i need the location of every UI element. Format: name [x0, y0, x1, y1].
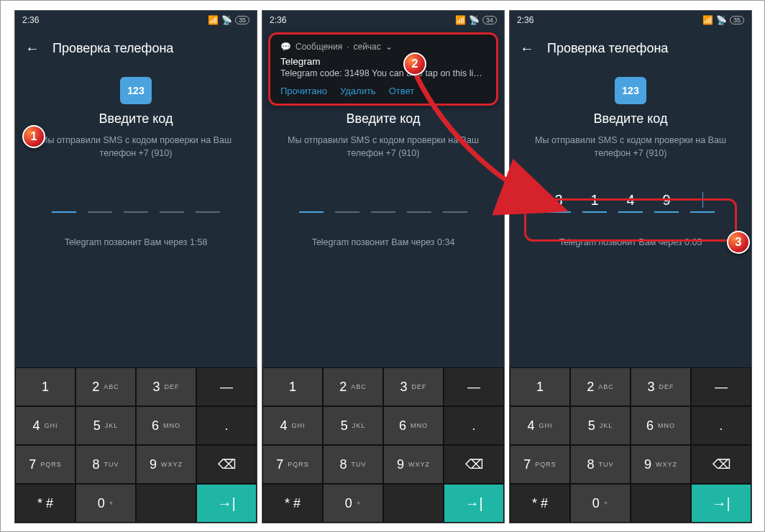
key-dash[interactable]: —: [196, 367, 257, 406]
key-period[interactable]: .: [691, 406, 751, 445]
signal-icon: 📶: [702, 15, 713, 25]
key-2[interactable]: 2ABC: [75, 367, 136, 406]
key-8[interactable]: 8TUV: [323, 445, 383, 484]
key-5[interactable]: 5JKL: [75, 406, 136, 445]
signal-icon: 📶: [208, 15, 219, 25]
key-6[interactable]: 6MNO: [136, 406, 196, 445]
key-7[interactable]: 7PQRS: [15, 445, 75, 484]
messages-app-icon: 💬: [280, 42, 291, 52]
key-8[interactable]: 8TUV: [75, 445, 136, 484]
notif-action-delete[interactable]: Удалить: [340, 86, 376, 96]
key-2[interactable]: 2ABC: [323, 367, 383, 406]
key-submit[interactable]: →|: [444, 484, 504, 523]
wifi-icon: 📡: [469, 15, 480, 25]
notif-action-read[interactable]: Прочитано: [280, 86, 327, 96]
submit-arrow-icon: →|: [464, 495, 482, 512]
key-7[interactable]: 7PQRS: [510, 445, 570, 484]
key-9[interactable]: 9WXYZ: [383, 445, 444, 484]
status-icons: 📶 📡 35: [208, 15, 249, 25]
code-digit-3[interactable]: 4: [618, 188, 643, 213]
key-empty[interactable]: [136, 484, 196, 523]
code-digit-2[interactable]: [88, 188, 112, 213]
code-input-row[interactable]: 3 1 4 9: [510, 188, 751, 213]
callback-timer: Telegram позвонит Вам через 1:58: [15, 237, 257, 247]
key-4[interactable]: 4GHI: [262, 406, 323, 445]
key-submit[interactable]: →|: [691, 484, 751, 523]
key-3[interactable]: 3DEF: [383, 367, 444, 406]
code-digit-4[interactable]: [160, 188, 184, 213]
code-digit-1[interactable]: [299, 188, 324, 213]
wifi-icon: 📡: [716, 15, 727, 25]
code-digit-3[interactable]: [124, 188, 148, 213]
key-4[interactable]: 4GHI: [15, 406, 75, 445]
sms-notification[interactable]: 💬 Сообщения · сейчас ⌄ Telegram Telegram…: [268, 32, 498, 106]
key-0[interactable]: 0+: [323, 484, 383, 523]
back-arrow-icon[interactable]: ←: [25, 40, 40, 57]
code-digit-2[interactable]: [335, 188, 359, 213]
code-digit-1[interactable]: [52, 188, 76, 213]
notification-body: Telegram code: 31498 You can also tap on…: [280, 68, 486, 78]
key-period[interactable]: .: [444, 406, 504, 445]
code-digit-4[interactable]: 9: [654, 188, 679, 213]
battery-icon: 35: [235, 16, 249, 24]
key-symbols[interactable]: * #: [15, 484, 75, 523]
code-digit-2[interactable]: 1: [582, 188, 607, 213]
chevron-down-icon[interactable]: ⌄: [385, 42, 393, 52]
key-1[interactable]: 1: [262, 367, 323, 406]
code-digit-4[interactable]: [407, 188, 431, 213]
phone-screen-1: 2:36 📶 📡 35 ← Проверка телефона 123 Введ…: [14, 10, 257, 523]
key-0[interactable]: 0+: [75, 484, 136, 523]
status-bar: 2:36 📶 📡 35: [15, 11, 257, 29]
key-backspace[interactable]: ⌫: [444, 445, 504, 484]
backspace-icon: ⌫: [218, 457, 236, 472]
sms-description: Мы отправили SMS с кодом проверки на Ваш…: [510, 134, 751, 160]
key-6[interactable]: 6MNO: [383, 406, 444, 445]
code-digit-5[interactable]: [690, 188, 715, 213]
key-symbols[interactable]: * #: [510, 484, 570, 523]
key-6[interactable]: 6MNO: [631, 406, 691, 445]
back-arrow-icon[interactable]: ←: [520, 40, 534, 57]
key-9[interactable]: 9WXYZ: [136, 445, 196, 484]
code-digit-5[interactable]: [196, 188, 220, 213]
notif-action-reply[interactable]: Ответ: [389, 86, 415, 96]
key-dash[interactable]: —: [444, 367, 504, 406]
key-2[interactable]: 2ABC: [570, 367, 631, 406]
page-title: Проверка телефона: [52, 41, 173, 56]
key-period[interactable]: .: [196, 406, 257, 445]
key-0[interactable]: 0+: [570, 484, 631, 523]
key-symbols[interactable]: * #: [262, 484, 323, 523]
code-digit-5[interactable]: [443, 188, 467, 213]
key-7[interactable]: 7PQRS: [262, 445, 323, 484]
key-empty[interactable]: [631, 484, 691, 523]
code-digit-1[interactable]: 3: [546, 188, 571, 213]
status-time: 2:36: [517, 15, 533, 25]
code-input-row[interactable]: [15, 188, 257, 213]
text-cursor: [702, 192, 703, 208]
key-submit[interactable]: →|: [196, 484, 257, 523]
code-bubble-icon: 123: [120, 77, 152, 104]
signal-icon: 📶: [455, 15, 466, 25]
status-time: 2:36: [270, 15, 286, 25]
backspace-icon: ⌫: [713, 457, 730, 472]
notification-header: 💬 Сообщения · сейчас ⌄: [280, 42, 486, 52]
battery-icon: 35: [730, 16, 744, 24]
key-8[interactable]: 8TUV: [570, 445, 631, 484]
key-5[interactable]: 5JKL: [323, 406, 383, 445]
code-input-row[interactable]: [262, 188, 504, 213]
callback-timer: Telegram позвонит Вам через 0:34: [262, 237, 504, 247]
key-9[interactable]: 9WXYZ: [631, 445, 691, 484]
key-1[interactable]: 1: [510, 367, 570, 406]
key-dash[interactable]: —: [691, 367, 751, 406]
key-empty[interactable]: [383, 484, 444, 523]
key-backspace[interactable]: ⌫: [196, 445, 257, 484]
key-4[interactable]: 4GHI: [510, 406, 570, 445]
status-icons: 📶 📡 35: [702, 15, 744, 25]
page-title: Проверка телефона: [547, 41, 668, 56]
key-backspace[interactable]: ⌫: [691, 445, 751, 484]
step-badge-2: 2: [403, 52, 426, 75]
key-3[interactable]: 3DEF: [136, 367, 196, 406]
key-3[interactable]: 3DEF: [631, 367, 691, 406]
key-1[interactable]: 1: [15, 367, 75, 406]
key-5[interactable]: 5JKL: [570, 406, 631, 445]
code-digit-3[interactable]: [371, 188, 395, 213]
